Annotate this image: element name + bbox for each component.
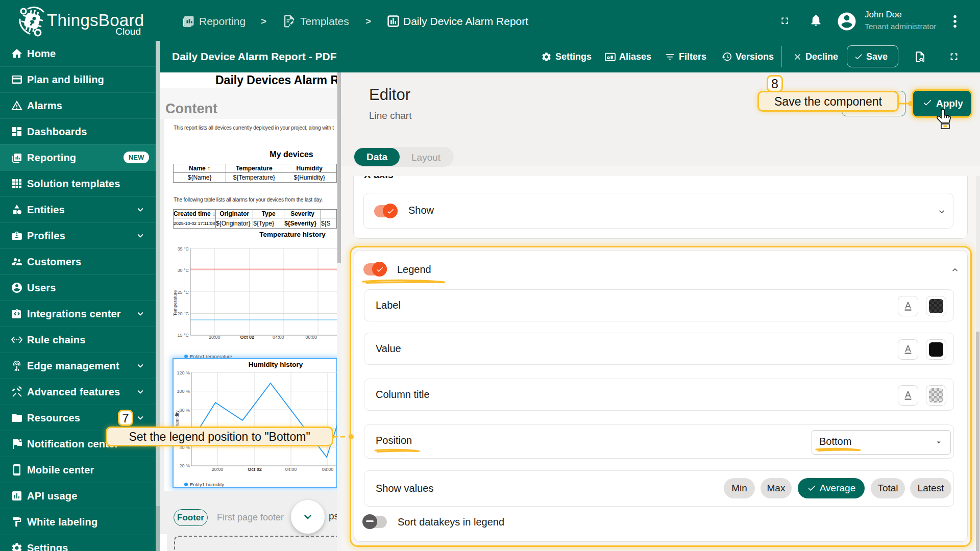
svg-text:20 °C: 20 °C <box>177 311 189 316</box>
svg-text:30 °C: 30 °C <box>177 268 189 273</box>
svg-text:Humidity: Humidity <box>175 410 180 429</box>
svg-text:08:00: 08:00 <box>322 467 334 472</box>
svg-text:120 %: 120 % <box>177 370 190 375</box>
svg-text:25 °C: 25 °C <box>177 290 189 295</box>
svg-text:20:00: 20:00 <box>212 467 224 472</box>
svg-text:15 °C: 15 °C <box>177 333 189 338</box>
svg-text:Oct 02: Oct 02 <box>248 467 262 472</box>
svg-text:Temperature: Temperature <box>173 290 178 316</box>
svg-text:80 %: 80 % <box>179 408 190 413</box>
svg-text:35 °C: 35 °C <box>177 246 189 252</box>
svg-text:04:00: 04:00 <box>285 467 297 472</box>
svg-text:100 %: 100 % <box>177 389 190 394</box>
svg-text:20 %: 20 % <box>179 463 190 468</box>
